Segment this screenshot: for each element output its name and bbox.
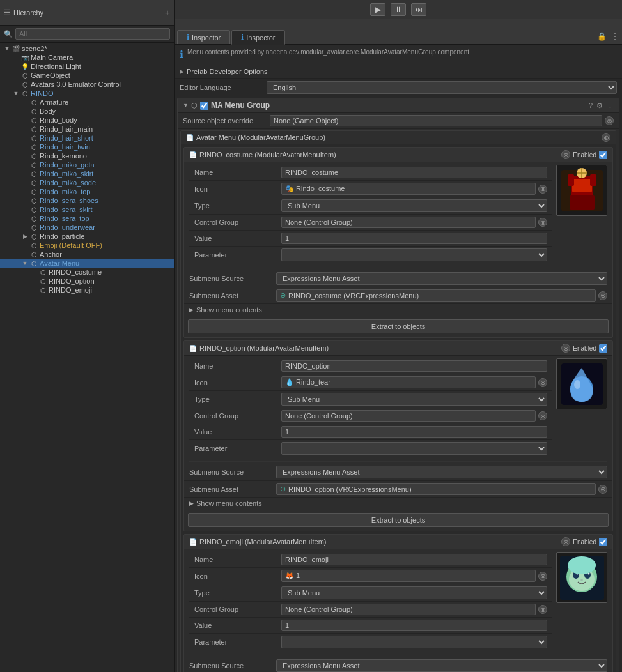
arrow-rindo[interactable]: ▼ [12,90,20,96]
tree-item-rindo-hair-short[interactable]: ⬡Rindo_hair_short [0,134,174,142]
option-fields-with-preview: Name Icon 💧 Rindo_tear [184,356,612,459]
pause-button[interactable]: ⏸ [391,3,406,16]
tree-item-rindo-hair-main[interactable]: ⬡Rindo_hair_main [0,125,174,134]
icon-rindo-miko-skirt: ⬡ [29,171,38,178]
option-type-select[interactable]: Sub Menu [281,393,547,406]
emoji-type-select[interactable]: Sub Menu [281,586,547,599]
option-value-input[interactable] [281,426,547,438]
settings-icon[interactable]: ⚙ [596,102,603,110]
more-icon[interactable]: ⋮ [607,102,614,110]
costume-value-input[interactable] [281,233,547,244]
tree-item-rindo-miko-top[interactable]: ⬡Rindo_miko_top [0,187,174,196]
costume-icon-label: Icon [194,185,277,193]
option-show-menu-row[interactable]: ▶ Show menu contents [184,498,612,509]
tree-item-rindo[interactable]: ▼⬡RINDO [0,89,174,98]
costume-submenu-source-label: Submenu Source [189,275,272,282]
option-enabled-checkbox[interactable] [599,344,607,353]
tree-item-rindo-miko-skirt[interactable]: ⬡Rindo_miko_skirt [0,169,174,178]
prefab-dev-options-header[interactable]: ▶ Prefab Developer Options [175,65,622,79]
option-circle-btn[interactable]: ◎ [561,344,570,353]
costume-icon-btn[interactable]: ◎ [538,185,547,194]
arrow-rindo-particle[interactable]: ▶ [20,233,29,240]
costume-enabled-checkbox[interactable] [599,151,607,159]
arrow-expand-icon[interactable]: ▼ [183,102,189,109]
tree-item-avatars[interactable]: ⬡Avatars 3.0 Emulator Control [0,80,174,89]
option-control-asset[interactable]: None (Control Group) [281,410,536,422]
costume-submenu-asset[interactable]: ⊕ RINDO_costume (VRCExpressionsMenu) [276,289,596,302]
tree-item-armature[interactable]: ⬡Armature [0,98,174,107]
costume-show-menu-row[interactable]: ▶ Show menu contents [184,304,612,316]
inspector-tab-1[interactable]: ℹ Inspector [177,30,230,44]
costume-icon-asset[interactable]: 🎭 Rindo_costume [281,183,536,195]
costume-submenu-source-select[interactable]: Expressions Menu Asset [276,272,607,285]
costume-name-input[interactable] [281,167,547,178]
costume-circle-btn[interactable]: ◎ [561,150,570,159]
tree-item-avatar-menu[interactable]: ▼⬡Avatar Menu [0,259,174,268]
emoji-param-select[interactable] [281,636,547,648]
step-button[interactable]: ⏭ [411,3,426,16]
help-icon[interactable]: ? [589,102,593,109]
emoji-icon-asset[interactable]: 🦊 1 [281,570,536,582]
tree-item-scene2[interactable]: ▼🎬scene2* [0,44,174,53]
avatar-menu-settings-btn[interactable]: ◎ [602,133,610,142]
tree-item-rindo-emoji[interactable]: ⬡RINDO_emoji [0,286,174,294]
tree-item-anchor[interactable]: ⬡Anchor [0,250,174,259]
costume-control-btn[interactable]: ◎ [538,218,547,227]
tree-item-rindo-kemono[interactable]: ⬡Rindo_kemono [0,151,174,160]
emoji-control-asset[interactable]: None (Control Group) [281,604,536,615]
emoji-name-input[interactable] [281,554,547,565]
tree-item-directional-light[interactable]: 💡Directional Light [0,62,174,71]
emoji-control-btn[interactable]: ◎ [538,605,547,614]
tree-item-body[interactable]: ⬡Body [0,107,174,116]
emoji-circle-btn[interactable]: ◎ [561,537,570,546]
source-object-btn[interactable]: ◎ [605,116,614,125]
costume-param-select[interactable] [281,248,547,261]
tree-item-rindo-miko-sode[interactable]: ⬡Rindo_miko_sode [0,178,174,187]
tree-item-rindo-sera-shoes[interactable]: ⬡Rindo_sera_shoes [0,196,174,205]
tree-item-emoji-default-off[interactable]: ⬡Emoji (Default OFF) [0,241,174,250]
option-control-btn[interactable]: ◎ [538,411,547,420]
emoji-submenu-source-select[interactable]: Expressions Menu Asset [276,659,607,672]
hierarchy-tab[interactable]: Hierarchy [13,9,43,17]
emoji-block: 📄 RINDO_emoji (ModularAvatarMenuItem) ◎ … [183,534,613,672]
ma-enabled-checkbox[interactable] [200,102,208,110]
option-submenu-source-select[interactable]: Expressions Menu Asset [276,466,607,478]
tree-item-gameobject[interactable]: ⬡GameObject [0,71,174,80]
option-submenu-btn[interactable]: ◎ [598,485,607,494]
tree-item-rindo-sera-skirt[interactable]: ⬡Rindo_sera_skirt [0,205,174,214]
emoji-icon-btn[interactable]: ◎ [538,572,547,581]
option-submenu-asset[interactable]: ⊕ RINDO_option (VRCExpressionsMenu) [276,483,596,495]
tree-item-rindo-sera-top[interactable]: ⬡Rindo_sera_top [0,214,174,223]
icon-rindo: ⬡ [20,90,29,97]
tree-item-rindo-body[interactable]: ⬡Rindo_body [0,116,174,125]
option-name-label: Name [194,362,277,370]
tree-item-rindo-particle[interactable]: ▶⬡Rindo_particle [0,232,174,241]
hierarchy-search-input[interactable] [15,28,170,40]
emoji-enabled-checkbox[interactable] [599,538,607,546]
option-name-input[interactable] [281,360,547,372]
option-extract-button[interactable]: Extract to objects [188,513,609,527]
option-icon-asset[interactable]: 💧 Rindo_tear [281,376,536,388]
arrow-avatar-menu[interactable]: ▼ [20,260,29,266]
costume-extract-button[interactable]: Extract to objects [188,319,609,333]
inspector-tab-2[interactable]: ℹ Inspector [231,30,284,45]
source-object-asset[interactable]: None (Game Object) [270,115,602,126]
tree-item-main-camera[interactable]: 📷Main Camera [0,53,174,62]
arrow-scene2[interactable]: ▼ [3,45,12,52]
editor-language-select[interactable]: English [267,81,617,94]
menu-dots-icon[interactable]: ⋮ [610,31,619,42]
lock-icon[interactable]: 🔒 [597,32,607,41]
tree-item-rindo-miko-geta[interactable]: ⬡Rindo_miko_geta [0,160,174,169]
add-icon[interactable]: + [165,8,170,18]
tree-item-rindo-hair-twin[interactable]: ⬡Rindo_hair_twin [0,142,174,151]
option-param-select[interactable] [281,442,547,455]
emoji-value-input[interactable] [281,620,547,631]
costume-control-asset[interactable]: None (Control Group) [281,217,536,228]
option-icon-btn[interactable]: ◎ [538,378,547,387]
play-button[interactable]: ▶ [370,3,385,16]
tree-item-rindo-costume[interactable]: ⬡RINDO_costume [0,268,174,277]
costume-submenu-btn[interactable]: ◎ [598,291,607,300]
costume-type-select[interactable]: Sub Menu [281,199,547,212]
tree-item-rindo-underwear[interactable]: ⬡Rindo_underwear [0,223,174,232]
tree-item-rindo-option[interactable]: ⬡RINDO_option [0,277,174,286]
